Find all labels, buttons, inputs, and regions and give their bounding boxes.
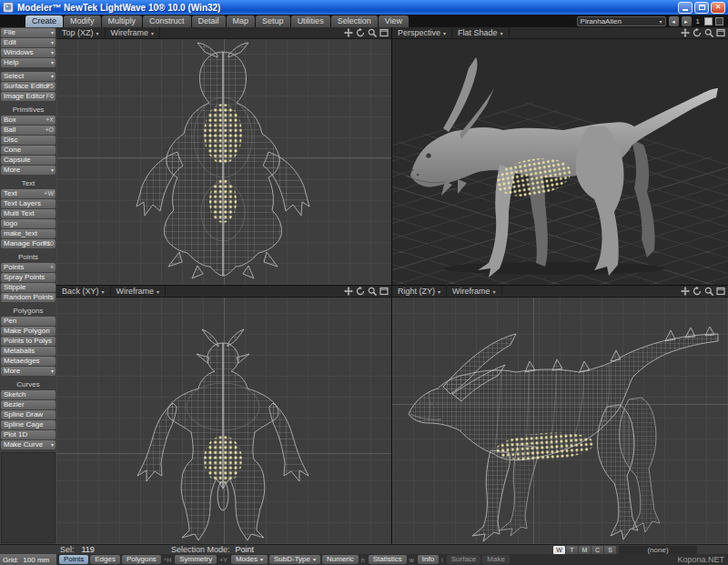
zoom-icon[interactable]: [704, 287, 713, 296]
toolbar-button[interactable]: Symmetry ▾: [175, 555, 217, 564]
sidebar-item[interactable]: Sketch ▾: [1, 390, 56, 399]
top-viewport-canvas[interactable]: [56, 39, 391, 285]
prev-layer-button[interactable]: ◂: [669, 16, 679, 26]
sidebar-item[interactable]: Multi Text ▾: [1, 209, 56, 218]
sidebar-item[interactable]: Make Curve ▾: [1, 440, 56, 449]
toolbar-button[interactable]: SubD-Type ▾: [269, 555, 320, 564]
render-mode-dropdown[interactable]: Wireframe▾: [447, 286, 502, 298]
sidebar-item[interactable]: Image Editor F6 ▾: [1, 92, 56, 101]
sidebar-item[interactable]: Select ▾: [1, 72, 56, 81]
sidebar-item[interactable]: Text Layers ▾: [1, 199, 56, 208]
vmap-button[interactable]: C: [592, 546, 603, 554]
tab[interactable]: Selection: [331, 15, 378, 27]
sidebar-item[interactable]: File ▾: [1, 28, 56, 37]
sidebar-item[interactable]: make_text ▾: [1, 229, 56, 238]
pan-icon[interactable]: [344, 287, 353, 296]
toolbar-button[interactable]: Polygons ▾: [122, 555, 161, 564]
toolbar-button[interactable]: Surface ▾: [447, 555, 481, 564]
sidebar-item[interactable]: Points to Polys ▾: [1, 337, 56, 346]
tab[interactable]: Modify: [64, 15, 101, 27]
next-layer-button[interactable]: ▸: [682, 16, 692, 26]
sidebar-item[interactable]: Capsule ▾: [1, 156, 56, 165]
sidebar-item[interactable]: Cone ▾: [1, 146, 56, 155]
sidebar-item[interactable]: Spline Draw ▾: [1, 410, 56, 419]
render-mode-dropdown[interactable]: Wireframe▾: [111, 286, 167, 298]
tab[interactable]: Detail: [192, 15, 226, 27]
sidebar-item[interactable]: Bezier ▾: [1, 400, 56, 409]
sidebar-item[interactable]: Random Points ▾: [1, 293, 56, 302]
toolbar-button[interactable]: Statistics ▾: [369, 555, 407, 564]
rotate-icon[interactable]: [356, 287, 365, 296]
pan-icon[interactable]: [681, 287, 690, 296]
sidebar-item[interactable]: Plot 1D ▾: [1, 430, 56, 439]
close-button[interactable]: ✕: [711, 2, 725, 14]
vmap-button[interactable]: T: [566, 546, 578, 554]
perspective-viewport-canvas[interactable]: [392, 39, 728, 285]
toolbar-button[interactable]: Make ▾: [482, 555, 510, 564]
sidebar-item[interactable]: Points + ▾: [1, 263, 56, 272]
maximize-icon[interactable]: [379, 287, 389, 296]
tab[interactable]: Utilities: [291, 15, 330, 27]
sidebar-item[interactable]: Make Polygon ▾: [1, 327, 56, 336]
toolbar-button[interactable]: Points ▾: [59, 555, 88, 564]
toolbar-button[interactable]: Edges ▾: [90, 555, 120, 564]
pan-icon[interactable]: [681, 28, 690, 37]
zoom-icon[interactable]: [704, 28, 713, 37]
maximize-icon[interactable]: [716, 287, 725, 296]
tab[interactable]: View: [379, 15, 409, 27]
sidebar-item[interactable]: Metaballs ▾: [1, 347, 56, 356]
sidebar-item[interactable]: More ▾: [1, 367, 56, 376]
sidebar-item[interactable]: Edit ▾: [1, 38, 56, 47]
vmap-selector-dropdown[interactable]: (none): [619, 546, 697, 554]
rotate-icon[interactable]: [693, 287, 702, 296]
sidebar-item[interactable]: Pen ▾: [1, 317, 56, 326]
view-type-dropdown[interactable]: Perspective▾: [392, 27, 452, 39]
minimize-button[interactable]: [678, 2, 693, 14]
viewport-right: Right (ZY)▾ Wireframe▾: [392, 286, 728, 544]
sidebar-item[interactable]: Spray Points ▾: [1, 273, 56, 282]
sidebar-item[interactable]: Manage Fonts F10 ▾: [1, 239, 56, 248]
tab[interactable]: Setup: [256, 15, 290, 27]
vmap-button[interactable]: S: [604, 546, 616, 554]
object-name: PiranhaAlien: [581, 17, 622, 25]
right-viewport-canvas[interactable]: [392, 298, 728, 544]
view-type-dropdown[interactable]: Top (XZ)▾: [56, 27, 106, 39]
sidebar-item[interactable]: Stipple ▾: [1, 283, 56, 292]
sidebar-item[interactable]: Ball +O ▾: [1, 126, 56, 135]
tab[interactable]: Multiply: [102, 15, 143, 27]
maximize-button[interactable]: [694, 2, 709, 14]
sidebar-item[interactable]: Surface Editor F5 ▾: [1, 82, 56, 91]
sidebar-item[interactable]: Text +W ▾: [1, 189, 56, 198]
tab[interactable]: Construct: [143, 15, 191, 27]
sidebar-item[interactable]: Spline Cage ▾: [1, 420, 56, 429]
sidebar-item[interactable]: Box +X ▾: [1, 116, 56, 125]
maximize-icon[interactable]: [379, 28, 389, 37]
pan-icon[interactable]: [344, 28, 353, 37]
render-mode-dropdown[interactable]: Wireframe▾: [106, 27, 161, 39]
tab[interactable]: Create: [25, 15, 63, 27]
vmap-button[interactable]: W: [553, 546, 565, 554]
tab[interactable]: Map: [227, 15, 256, 27]
back-viewport-canvas[interactable]: [56, 298, 391, 544]
object-selector-dropdown[interactable]: PiranhaAlien ▾: [577, 16, 666, 26]
render-mode-dropdown[interactable]: Flat Shade▾: [452, 27, 510, 39]
sidebar-item[interactable]: Help ▾: [1, 58, 56, 67]
sidebar-item[interactable]: More ▾: [1, 166, 56, 175]
foreground-layer-icon[interactable]: [704, 17, 713, 25]
rotate-icon[interactable]: [693, 28, 702, 37]
maximize-icon[interactable]: [716, 28, 725, 37]
background-layer-icon[interactable]: [715, 17, 723, 25]
toolbar-button[interactable]: Modes ▾: [231, 555, 268, 564]
zoom-icon[interactable]: [368, 287, 377, 296]
rotate-icon[interactable]: [356, 28, 365, 37]
vmap-button[interactable]: M: [579, 546, 591, 554]
sidebar-item[interactable]: logo ▾: [1, 219, 56, 228]
toolbar-button[interactable]: Numeric ▾: [322, 555, 359, 564]
view-type-dropdown[interactable]: Back (XY)▾: [56, 286, 111, 298]
sidebar-item[interactable]: Windows ▾: [1, 48, 56, 57]
sidebar-item[interactable]: Disc ▾: [1, 136, 56, 145]
view-type-dropdown[interactable]: Right (ZY)▾: [392, 286, 447, 298]
sidebar-item[interactable]: Metaedges ▾: [1, 357, 56, 366]
zoom-icon[interactable]: [368, 28, 377, 37]
toolbar-button[interactable]: Info ▾: [418, 555, 439, 564]
